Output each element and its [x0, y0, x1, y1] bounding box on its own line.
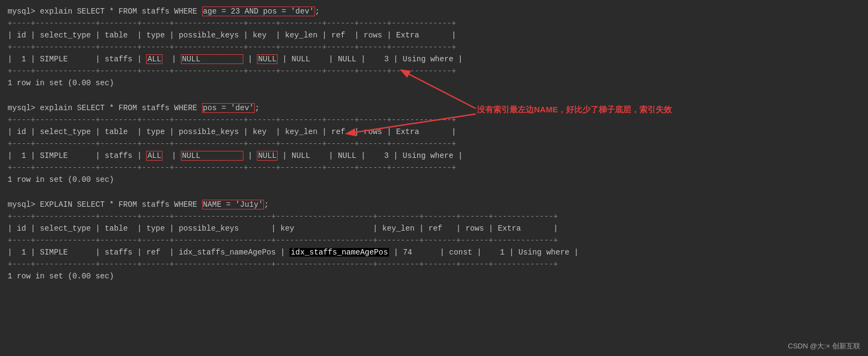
watermark: CSDN @大:× 创新互联: [788, 341, 860, 352]
q3-div3: +----+-------------+--------+------+----…: [8, 258, 860, 270]
q2-rowcount: 1 row in set (0.00 sec): [8, 174, 860, 186]
query-3-section: mysql> EXPLAIN SELECT * FROM staffs WHER…: [8, 199, 860, 282]
query-1-line: mysql> explain SELECT * FROM staffs WHER…: [8, 5, 860, 17]
query-2-section: mysql> explain SELECT * FROM staffs WHER…: [8, 102, 860, 186]
q1-rowcount: 1 row in set (0.00 sec): [8, 77, 860, 89]
q2-type-highlight: ALL: [146, 151, 162, 161]
q3-div1: +----+-------------+--------+------+----…: [8, 211, 860, 223]
q1-div3: +----+-------------+--------+------+----…: [8, 65, 860, 77]
q1-header: | id | select_type | table | type | poss…: [8, 29, 860, 41]
q3-div2: +----+-------------+--------+------+----…: [8, 234, 860, 246]
q3-row: | 1 | SIMPLE | staffs | ref | idx_staffs…: [8, 246, 860, 258]
q2-div3: +----+-------------+--------+------+----…: [8, 162, 860, 174]
q3-key-black: idx_staffs_nameAgePos: [290, 248, 389, 257]
q2-key-highlight: NULL: [257, 151, 278, 161]
q2-highlight: pos = 'dev': [202, 103, 255, 113]
q2-div2: +----+-------------+--------+------+----…: [8, 138, 860, 150]
q2-row: | 1 | SIMPLE | staffs | ALL | NULL | NUL…: [8, 150, 860, 162]
blank2: [8, 187, 860, 199]
q3-rowcount: 1 row in set (0.00 sec): [8, 270, 860, 282]
q2-header: | id | select_type | table | type | poss…: [8, 126, 860, 138]
q1-highlight: age = 23 AND pos = 'dev': [202, 7, 315, 16]
q3-header: | id | select_type | table | type | poss…: [8, 223, 860, 234]
q1-key-highlight: NULL: [257, 54, 278, 64]
q2-div1: +----+-------------+--------+------+----…: [8, 114, 860, 126]
terminal-window: mysql> explain SELECT * FROM staffs WHER…: [0, 0, 868, 356]
query-2-line: mysql> explain SELECT * FROM staffs WHER…: [8, 102, 860, 114]
q3-highlight: NAME = 'Ju1y': [202, 200, 265, 209]
query-1-section: mysql> explain SELECT * FROM staffs WHER…: [8, 5, 860, 89]
query-3-line: mysql> EXPLAIN SELECT * FROM staffs WHER…: [8, 199, 860, 211]
q1-div1: +----+-------------+--------+------+----…: [8, 17, 860, 29]
q1-row: | 1 | SIMPLE | staffs | ALL | NULL | NUL…: [8, 53, 860, 65]
q1-div2: +----+-------------+--------+------+----…: [8, 41, 860, 53]
q1-type-highlight: ALL: [146, 54, 162, 64]
q1-keys-highlight: NULL: [181, 54, 243, 64]
annotation-text: 没有索引最左边NAME，好比少了梯子底层，索引失效: [477, 103, 672, 116]
blank1: [8, 90, 860, 102]
q2-keys-highlight: NULL: [181, 151, 243, 161]
